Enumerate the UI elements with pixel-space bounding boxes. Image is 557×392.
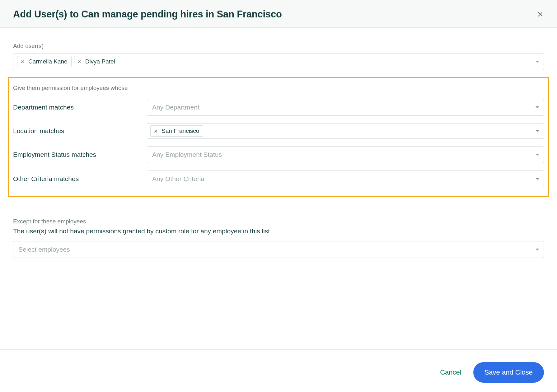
criteria-row-employment-status: Employment Status matches Any Employment… <box>13 146 544 163</box>
modal-title: Add User(s) to Can manage pending hires … <box>13 9 282 20</box>
add-users-modal: Add User(s) to Can manage pending hires … <box>0 0 557 392</box>
except-description: The user(s) will not have permissions gr… <box>13 227 544 235</box>
criteria-heading: Give them permission for employees whose <box>13 85 544 91</box>
close-icon <box>537 11 544 18</box>
add-users-label: Add user(s) <box>13 43 544 49</box>
chip-label: San Francisco <box>161 128 199 134</box>
dropdown-caret-icon <box>536 61 539 63</box>
select-placeholder: Any Department <box>152 104 199 111</box>
chip-remove-icon[interactable]: ✕ <box>77 59 82 64</box>
user-chip: ✕ Divya Patel <box>74 56 119 67</box>
department-select[interactable]: Any Department <box>147 99 544 116</box>
location-chip: ✕ San Francisco <box>150 125 203 137</box>
criteria-row-department: Department matches Any Department <box>13 99 544 116</box>
criteria-label: Employment Status matches <box>13 151 147 158</box>
except-section: Except for these employees The user(s) w… <box>13 218 544 258</box>
cancel-button[interactable]: Cancel <box>438 365 464 380</box>
select-placeholder: Any Employment Status <box>152 151 222 158</box>
chip-remove-icon[interactable]: ✕ <box>153 129 158 133</box>
add-users-field[interactable]: ✕ Carmella Kane ✕ Divya Patel <box>13 53 544 70</box>
criteria-label: Department matches <box>13 104 147 111</box>
dropdown-caret-icon <box>536 249 539 250</box>
dropdown-caret-icon <box>536 130 539 132</box>
criteria-row-location: Location matches ✕ San Francisco <box>13 123 544 139</box>
criteria-label: Other Criteria matches <box>13 175 147 183</box>
criteria-row-other-criteria: Other Criteria matches Any Other Criteri… <box>13 170 544 187</box>
chip-label: Divya Patel <box>85 58 115 65</box>
chip-label: Carmella Kane <box>28 58 68 65</box>
dropdown-caret-icon <box>536 178 539 180</box>
location-select[interactable]: ✕ San Francisco <box>147 123 544 139</box>
other-criteria-select[interactable]: Any Other Criteria <box>147 170 544 187</box>
user-chip: ✕ Carmella Kane <box>17 56 72 67</box>
dropdown-caret-icon <box>536 106 539 108</box>
criteria-highlight: Give them permission for employees whose… <box>8 77 549 197</box>
select-placeholder: Select employees <box>18 246 70 253</box>
chip-remove-icon[interactable]: ✕ <box>20 59 25 64</box>
modal-content: Add user(s) ✕ Carmella Kane ✕ Divya Pate… <box>0 28 557 349</box>
except-employees-select[interactable]: Select employees <box>13 241 544 258</box>
dropdown-caret-icon <box>536 154 539 156</box>
employment-status-select[interactable]: Any Employment Status <box>147 146 544 163</box>
except-heading: Except for these employees <box>13 218 544 225</box>
close-button[interactable] <box>536 11 544 18</box>
save-and-close-button[interactable]: Save and Close <box>473 362 544 383</box>
select-placeholder: Any Other Criteria <box>152 175 204 183</box>
modal-footer: Cancel Save and Close <box>0 349 557 392</box>
modal-header: Add User(s) to Can manage pending hires … <box>0 0 557 28</box>
criteria-label: Location matches <box>13 127 147 135</box>
